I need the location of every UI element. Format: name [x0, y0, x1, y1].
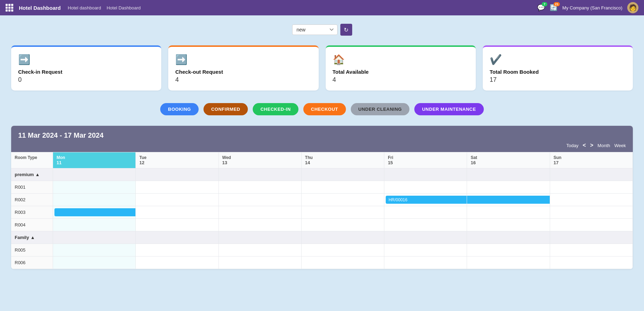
group-premium-sun	[550, 168, 633, 181]
r003-fri[interactable]	[384, 206, 467, 219]
r001-fri[interactable]	[384, 181, 467, 194]
r003-sun[interactable]	[550, 206, 633, 219]
prev-week-button[interactable]: <	[583, 142, 586, 149]
checked-in-pill[interactable]: CHECKED-IN	[253, 103, 298, 115]
checkin-title: Check-in Request	[18, 69, 154, 75]
r006-fri[interactable]	[384, 256, 467, 269]
checkout-title: Check-out Request	[175, 69, 311, 75]
booking-pill[interactable]: BOOKING	[160, 103, 199, 115]
r001-sat[interactable]	[467, 181, 550, 194]
r002-wed[interactable]	[219, 194, 302, 206]
r002-thu[interactable]	[302, 194, 384, 206]
r006-mon[interactable]	[53, 256, 136, 269]
r002-sat[interactable]	[467, 194, 550, 206]
company-name: My Company (San Francisco)	[562, 5, 622, 10]
group-family-label[interactable]: Family ▲	[11, 231, 53, 244]
checkin-value: 0	[18, 76, 154, 84]
summary-cards: ➡️ Check-in Request 0 ➡️ Check-out Reque…	[11, 45, 633, 91]
r004-sat[interactable]	[467, 219, 550, 231]
apps-menu-icon[interactable]	[6, 4, 13, 12]
checkout-pill[interactable]: CHECKOUT	[303, 103, 346, 115]
booked-title: Total Room Booked	[490, 69, 626, 75]
r004-thu[interactable]	[302, 219, 384, 231]
r003-sat[interactable]	[467, 206, 550, 219]
r006-sun[interactable]	[550, 256, 633, 269]
room-r004-label: R004	[11, 219, 53, 231]
r003-tue[interactable]	[136, 206, 219, 219]
booking-hr00016-sat[interactable]	[467, 196, 549, 204]
r003-thu[interactable]	[302, 206, 384, 219]
r001-sun[interactable]	[550, 181, 633, 194]
r001-thu[interactable]	[302, 181, 384, 194]
day-header-sun: Sun 17	[550, 152, 633, 168]
under-maintenance-pill[interactable]: UNDER MAINTENANCE	[414, 103, 483, 115]
booked-value: 17	[490, 76, 626, 84]
r001-wed[interactable]	[219, 181, 302, 194]
group-premium-label[interactable]: premium ▲	[11, 168, 53, 181]
r006-tue[interactable]	[136, 256, 219, 269]
r005-tue[interactable]	[136, 244, 219, 256]
r002-fri[interactable]: HR/00016	[384, 194, 467, 206]
topnav-right: 💬 7 🔄 21 My Company (San Francisco) 🧑	[537, 2, 638, 13]
r004-fri[interactable]	[384, 219, 467, 231]
day-header-fri: Fri 15	[384, 152, 467, 168]
nav-link-hotel-dashboard[interactable]: Hotel Dashboard	[106, 5, 141, 10]
status-filter-select[interactable]: new all archived	[292, 24, 338, 35]
r006-sat[interactable]	[467, 256, 550, 269]
today-button[interactable]: Today	[566, 143, 578, 148]
r004-tue[interactable]	[136, 219, 219, 231]
top-navigation: Hotel Dashboard Hotel dashboard Hotel Da…	[0, 0, 644, 15]
checkout-value: 4	[175, 76, 311, 84]
next-week-button[interactable]: >	[590, 142, 593, 149]
day-header-tue: Tue 12	[136, 152, 219, 168]
total-available-card[interactable]: 🏠 Total Available 4	[326, 45, 476, 91]
r001-mon[interactable]	[53, 181, 136, 194]
r001-tue[interactable]	[136, 181, 219, 194]
checkin-request-card[interactable]: ➡️ Check-in Request 0	[11, 45, 161, 91]
booking-hr00016[interactable]: HR/00016	[386, 196, 467, 204]
day-header-mon: Mon 11	[53, 152, 136, 168]
checkout-icon: ➡️	[175, 54, 311, 65]
activity-notifications[interactable]: 🔄 21	[550, 4, 557, 12]
chat-badge: 7	[542, 2, 547, 6]
r005-mon[interactable]	[53, 244, 136, 256]
chat-notifications[interactable]: 💬 7	[537, 4, 545, 12]
r005-fri[interactable]	[384, 244, 467, 256]
activity-badge: 21	[554, 2, 560, 6]
booking-r003-mon[interactable]	[54, 208, 135, 216]
r003-mon[interactable]	[53, 206, 136, 219]
month-view-button[interactable]: Month	[598, 143, 610, 148]
r005-thu[interactable]	[302, 244, 384, 256]
r006-thu[interactable]	[302, 256, 384, 269]
week-view-button[interactable]: Week	[614, 143, 626, 148]
r005-sun[interactable]	[550, 244, 633, 256]
checkin-icon: ➡️	[18, 54, 154, 65]
r004-wed[interactable]	[219, 219, 302, 231]
under-cleaning-pill[interactable]: UNDER CLEANING	[351, 103, 410, 115]
r002-sun[interactable]	[550, 194, 633, 206]
r002-mon[interactable]	[53, 194, 136, 206]
checkout-request-card[interactable]: ➡️ Check-out Request 4	[168, 45, 318, 91]
r003-wed[interactable]	[219, 206, 302, 219]
user-avatar[interactable]: 🧑	[627, 2, 638, 13]
group-family-fri	[384, 231, 467, 244]
calendar-header: 11 Mar 2024 - 17 Mar 2024 Today < > Mont…	[11, 126, 633, 152]
status-pills: BOOKING CONFIRMED CHECKED-IN CHECKOUT UN…	[11, 103, 633, 115]
group-family-tue	[136, 231, 219, 244]
refresh-button[interactable]: ↻	[340, 24, 352, 36]
r004-mon[interactable]	[53, 219, 136, 231]
filter-row: new all archived ↻	[11, 24, 633, 36]
r005-wed[interactable]	[219, 244, 302, 256]
day-header-wed: Wed 13	[219, 152, 302, 168]
r006-wed[interactable]	[219, 256, 302, 269]
total-booked-card[interactable]: ✔️ Total Room Booked 17	[483, 45, 633, 91]
r005-sat[interactable]	[467, 244, 550, 256]
available-icon: 🏠	[333, 54, 469, 65]
r002-tue[interactable]	[136, 194, 219, 206]
group-family-toggle-icon: ▲	[30, 235, 35, 240]
r004-sun[interactable]	[550, 219, 633, 231]
room-r003-label: R003	[11, 206, 53, 219]
nav-link-dashboard[interactable]: Hotel dashboard	[68, 5, 101, 10]
confirmed-pill[interactable]: CONFIRMED	[203, 103, 248, 115]
room-r006-label: R006	[11, 256, 53, 269]
